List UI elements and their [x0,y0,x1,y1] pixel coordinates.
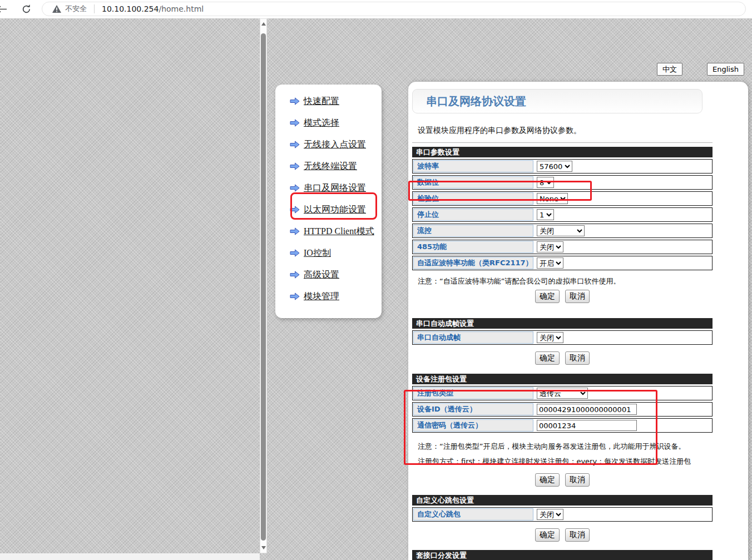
setting-label: 串口自动成帧 [413,331,533,344]
setting-row: 设备ID（透传云） [412,402,713,417]
section-autoframe: 串口自动成帧设置串口自动成帧关闭确定取消 [412,318,713,365]
sidebar-item-10[interactable]: 模块管理 [290,290,382,303]
page-background: 中文 English 快速配置 模式选择 无线接入点设置 无线终端设置 串口及网… [0,18,752,560]
button-row: 确定取消 [412,528,713,542]
button-row: 确定取消 [412,290,713,303]
scroll-down-icon[interactable] [261,546,266,549]
setting-select[interactable]: 关闭 [537,509,563,520]
blue-right-arrow-icon [290,249,300,257]
cancel-button[interactable]: 取消 [565,351,590,365]
setting-label: 数据位 [413,176,533,189]
sidebar-item-4[interactable]: 无线终端设置 [290,160,382,172]
section-regpkt: 设备注册包设置注册包类型透传云设备ID（透传云）通信密码（透传云）注意：“注册包… [412,374,713,487]
setting-value-cell: None [534,192,712,205]
setting-value-cell [534,419,712,432]
setting-value-cell: 关闭 [534,508,712,521]
sidebar-item-label: 无线接入点设置 [304,139,366,151]
cancel-button[interactable]: 取消 [565,290,590,303]
refresh-icon[interactable] [21,4,32,17]
setting-row: 波特率57600 [412,159,713,174]
setting-select[interactable]: 57600 [537,161,572,172]
address-separator [94,4,95,13]
section-socket: 套接口分发设置 [412,550,713,560]
back-icon[interactable] [0,5,7,16]
language-chinese-button[interactable]: 中文 [657,63,682,76]
setting-value-cell: 关闭 [534,240,712,254]
sidebar-item-5[interactable]: 串口及网络设置 [290,182,382,194]
ok-button[interactable]: 确定 [535,473,560,487]
url-path: /home.html [159,4,204,13]
setting-value-cell: 1 [534,208,712,221]
setting-value-cell: 关闭 [534,224,712,237]
blue-right-arrow-icon [290,119,300,127]
sidebar-item-6[interactable]: 以太网功能设置 [290,204,382,216]
blue-right-arrow-icon [290,206,300,214]
ok-button[interactable]: 确定 [535,351,560,365]
setting-label: 自定义心跳包 [413,508,533,521]
sidebar-item-7[interactable]: HTTPD Client模式 [290,225,382,237]
blue-right-arrow-icon [290,271,300,279]
setting-value-cell: 透传云 [534,386,712,400]
address-bar[interactable]: 不安全 10.10.100.254 /home.html [42,2,746,16]
setting-select[interactable]: 1 [537,209,554,220]
setting-row: 串口自动成帧关闭 [412,330,713,345]
setting-row: 检验位None [412,191,713,206]
setting-label: 流控 [413,225,533,237]
ok-button[interactable]: 确定 [535,528,560,542]
blue-right-arrow-icon [290,184,300,192]
setting-select[interactable]: 开启 [537,257,563,269]
sidebar-item-label: 以太网功能设置 [304,204,366,216]
sidebar-item-label: 快速配置 [304,96,339,107]
sidebar-item-3[interactable]: 无线接入点设置 [290,138,382,151]
setting-label: 485功能 [413,241,533,253]
button-row: 确定取消 [412,473,713,487]
sidebar-item-1[interactable]: 快速配置 [290,95,382,107]
divider [412,142,713,143]
setting-select[interactable]: 透传云 [537,388,588,399]
setting-row: 通信密码（透传云） [412,418,713,433]
setting-select[interactable]: 关闭 [537,225,585,236]
blue-right-arrow-icon [290,293,300,300]
setting-select[interactable]: None [537,193,568,204]
setting-row: 数据位8 [412,175,713,190]
sidebar-item-label: 模块管理 [304,291,339,303]
section-header: 串口自动成帧设置 [412,318,713,329]
setting-label: 设备ID（透传云） [413,403,533,415]
setting-input[interactable] [537,404,637,415]
setting-label: 停止位 [413,209,533,221]
setting-row: 自适应波特率功能（类RFC2117）开启 [412,256,713,270]
sidebar-item-8[interactable]: IO控制 [290,247,382,259]
blue-right-arrow-icon [290,227,300,235]
setting-value-cell: 8 [534,176,712,189]
sidebar-item-9[interactable]: 高级设置 [290,269,382,281]
setting-select[interactable]: 关闭 [537,332,563,343]
setting-label: 自适应波特率功能（类RFC2117） [413,257,533,269]
cancel-button[interactable]: 取消 [565,528,590,542]
note-text: 注意：“注册包类型”开启后，模块主动向服务器发送注册包，此功能用于辨识设备。 [412,442,713,452]
blue-right-arrow-icon [290,141,300,148]
page-title: 串口及网络协议设置 [412,89,702,113]
ok-button[interactable]: 确定 [535,290,560,303]
insecure-warning-icon[interactable] [52,5,61,13]
button-row: 确定取消 [412,351,713,365]
section-header: 套接口分发设置 [412,550,713,560]
setting-label: 注册包类型 [413,387,533,399]
browser-toolbar: 不安全 10.10.100.254 /home.html [0,0,752,19]
sidebar-item-label: HTTPD Client模式 [304,226,374,237]
note-text: 注意：“自适应波特率功能”请配合我公司的虚拟串口软件使用。 [412,276,713,286]
setting-select[interactable]: 8 [537,177,554,188]
sidebar-item-2[interactable]: 模式选择 [290,117,382,129]
setting-input[interactable] [537,420,637,431]
section-header: 串口参数设置 [412,147,713,157]
main-panel: 串口及网络协议设置 设置模块应用程序的串口参数及网络协议参数。 串口参数设置波特… [408,82,748,560]
left-frame-scrollbar[interactable] [260,18,267,553]
setting-row: 停止位1 [412,207,713,222]
setting-select[interactable]: 关闭 [537,241,563,252]
insecure-label: 不安全 [65,4,87,14]
scrollbar-thumb[interactable] [261,33,266,541]
language-english-button[interactable]: English [707,63,744,76]
setting-label: 通信密码（透传云） [413,419,533,432]
setting-value-cell: 关闭 [534,331,712,344]
cancel-button[interactable]: 取消 [565,473,590,487]
scroll-up-icon[interactable] [261,22,266,26]
